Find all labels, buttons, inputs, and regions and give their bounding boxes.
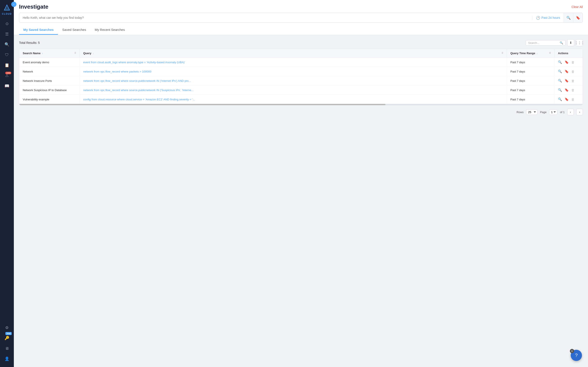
sidebar: › CLOUD ⊙ ☰ 🔍 🛡 📋 ⚠ 1889 📖 xyxy=(0,0,14,367)
sidebar-item-monitor[interactable]: 🖥 xyxy=(2,344,12,353)
column-settings-button[interactable]: ⋮⋮⋮ xyxy=(576,39,583,46)
cell-time-range: Past 7 days xyxy=(507,95,554,104)
search-execute-button[interactable]: 🔍 xyxy=(563,13,573,22)
cell-query[interactable]: network from vpc.flow_record where sourc… xyxy=(80,77,507,85)
cell-query[interactable]: event from cloud.audit_logs where anomal… xyxy=(80,58,507,67)
column-header-time-range[interactable]: Query Time Range ↕ ⠿ xyxy=(507,49,554,58)
monitor-icon: 🖥 xyxy=(5,346,9,351)
search-input[interactable] xyxy=(19,14,532,22)
save-row-icon[interactable]: 🔖 xyxy=(565,79,569,83)
main-content: Investigate Clear All 🕐 Past 24 hours 🔍 … xyxy=(14,0,588,367)
save-row-icon[interactable]: 🔖 xyxy=(565,60,569,64)
results-toolbar: Total Results: 5 🔍 ⬇ ⋮⋮⋮ xyxy=(19,39,583,46)
next-page-button[interactable]: › xyxy=(576,109,583,115)
time-range-column-label: Query Time Range xyxy=(510,52,535,55)
delete-row-icon[interactable]: 🗑 xyxy=(571,98,575,101)
help-button[interactable]: 6 ? xyxy=(571,350,582,361)
download-button[interactable]: ⬇ xyxy=(567,39,574,46)
table-search-input[interactable] xyxy=(528,41,558,44)
of-label: of 1 xyxy=(560,110,565,114)
cell-search-name: Network Insecure Ports xyxy=(19,77,80,85)
cell-actions: 🔍 🔖 🗑 xyxy=(554,67,583,76)
cell-actions: 🔍 🔖 🗑 xyxy=(554,95,583,104)
sidebar-item-alerts[interactable]: ⚠ 1889 xyxy=(2,71,12,80)
delete-row-icon[interactable]: 🗑 xyxy=(571,60,575,64)
tab-my-recent-searches[interactable]: My Recent Searches xyxy=(90,26,129,35)
sidebar-expand-button[interactable]: › xyxy=(11,2,17,7)
scroll-indicator xyxy=(19,104,583,105)
page-label: Page xyxy=(540,110,546,114)
run-search-icon[interactable]: 🔍 xyxy=(558,97,562,101)
sidebar-item-dashboard[interactable]: ⊙ xyxy=(2,19,12,28)
rows-per-page-select[interactable]: 25 50 100 xyxy=(526,109,537,115)
download-icon: ⬇ xyxy=(569,41,572,45)
sidebar-item-security[interactable]: 🛡 xyxy=(2,50,12,59)
sidebar-item-reports[interactable]: 📋 xyxy=(2,60,12,70)
run-search-icon[interactable]: 🔍 xyxy=(558,69,562,73)
sidebar-item-settings[interactable]: ⚙ xyxy=(2,323,12,333)
sidebar-item-trial[interactable]: Trial 🔑 xyxy=(2,333,12,343)
table-row: Network Insecure Ports network from vpc.… xyxy=(19,76,583,85)
run-search-icon[interactable]: 🔍 xyxy=(558,79,562,83)
cell-query[interactable]: network from vpc.flow_record where packe… xyxy=(80,67,507,76)
save-row-icon[interactable]: 🔖 xyxy=(565,88,569,92)
scroll-thumb xyxy=(19,104,385,105)
search-actions: 🔍 🔖 xyxy=(563,13,583,22)
shield-icon: 🛡 xyxy=(5,53,9,57)
time-range-section[interactable]: 🕐 Past 24 hours xyxy=(532,16,563,20)
trial-badge: Trial xyxy=(5,332,12,335)
search-bar: 🕐 Past 24 hours 🔍 🔖 xyxy=(19,13,583,23)
table-row: Network Suspicious IP to Database networ… xyxy=(19,85,583,95)
table-header: Search Name ↑ ⠿ Query ↕ ⠿ Query Time Ran… xyxy=(19,49,583,58)
sort-asc-icon: ↑ xyxy=(42,52,43,55)
tab-my-saved-searches[interactable]: My Saved Searches xyxy=(19,26,58,35)
content-area: Total Results: 5 🔍 ⬇ ⋮⋮⋮ Search Name ↑ xyxy=(14,35,588,367)
save-search-button[interactable]: 🔖 xyxy=(573,13,583,22)
rows-label: Rows xyxy=(517,110,524,114)
run-search-icon[interactable]: 🔍 xyxy=(558,60,562,64)
table-row: Event anomaly demo event from cloud.audi… xyxy=(19,58,583,67)
sidebar-item-user[interactable]: 👤 xyxy=(2,354,12,364)
cell-search-name: Vulnerability example xyxy=(19,95,80,104)
actions-column-label: Actions xyxy=(558,52,568,55)
save-row-icon[interactable]: 🔖 xyxy=(565,97,569,101)
cell-time-range: Past 7 days xyxy=(507,67,554,76)
cell-time-range: Past 7 days xyxy=(507,77,554,85)
compliance-icon: 📖 xyxy=(5,83,9,88)
cell-time-range: Past 7 days xyxy=(507,58,554,67)
clear-all-button[interactable]: Clear All xyxy=(571,5,583,9)
prev-page-button[interactable]: ‹ xyxy=(567,109,574,115)
search-name-column-label: Search Name xyxy=(23,52,40,55)
search-icon: 🔍 xyxy=(5,42,9,47)
sidebar-item-menu[interactable]: ☰ xyxy=(2,29,12,39)
page-select[interactable]: 1 xyxy=(549,109,557,115)
sidebar-item-compliance[interactable]: 📖 xyxy=(2,81,12,91)
sidebar-bottom: ⚙ Trial 🔑 🖥 👤 xyxy=(2,321,12,367)
query-sort-icon: ↕ xyxy=(93,52,94,55)
tab-saved-searches[interactable]: Saved Searches xyxy=(58,26,90,35)
delete-row-icon[interactable]: 🗑 xyxy=(571,79,575,83)
header-top: Investigate Clear All xyxy=(19,3,583,10)
app-name-label: CLOUD xyxy=(2,13,12,15)
run-search-icon[interactable]: 🔍 xyxy=(558,88,562,92)
clock-icon: 🕐 xyxy=(536,16,540,20)
cell-query[interactable]: network from vpc.flow_record where sourc… xyxy=(80,86,507,94)
drag-handle-icon: ⠿ xyxy=(74,52,76,55)
save-row-icon[interactable]: 🔖 xyxy=(565,69,569,73)
time-range-label: Past 24 hours xyxy=(542,16,560,19)
tabs: My Saved Searches Saved Searches My Rece… xyxy=(19,26,583,35)
reports-icon: 📋 xyxy=(5,63,9,67)
delete-row-icon[interactable]: 🗑 xyxy=(571,88,575,92)
cell-query[interactable]: config from cloud.resource where cloud.s… xyxy=(80,95,507,104)
column-header-search-name[interactable]: Search Name ↑ ⠿ xyxy=(19,49,80,58)
key-icon: 🔑 xyxy=(5,336,9,341)
columns-icon: ⋮⋮⋮ xyxy=(575,41,584,45)
table-search: 🔍 xyxy=(526,40,565,46)
sidebar-nav: ⊙ ☰ 🔍 🛡 📋 ⚠ 1889 📖 xyxy=(0,17,14,321)
time-drag-icon: ⠿ xyxy=(549,52,551,55)
delete-row-icon[interactable]: 🗑 xyxy=(571,70,575,73)
time-sort-icon: ↕ xyxy=(536,52,538,55)
column-header-query[interactable]: Query ↕ ⠿ xyxy=(80,49,507,58)
sidebar-item-investigate[interactable]: 🔍 xyxy=(2,40,12,49)
data-table: Search Name ↑ ⠿ Query ↕ ⠿ Query Time Ran… xyxy=(19,49,583,105)
